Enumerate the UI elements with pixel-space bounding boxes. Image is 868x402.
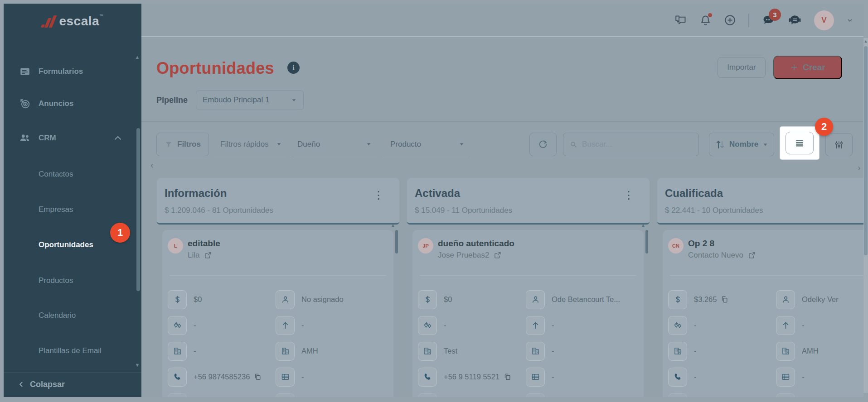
opportunity-card[interactable]: L editable Lila $0 No asignado - - <box>162 230 393 397</box>
card-fields: $0 Ode Betancourt Te... - - Test - +56 9… <box>418 287 644 397</box>
tags-icon <box>673 321 683 330</box>
column-scrollbar[interactable] <box>395 230 398 254</box>
create-button[interactable]: Crear <box>773 56 842 79</box>
card-field: - <box>776 312 863 338</box>
sidebar-scrollbar[interactable] <box>136 128 140 291</box>
column-menu-button[interactable]: ⋮ <box>623 190 634 201</box>
assistant-cloud-button[interactable]: 3 <box>761 13 776 27</box>
sidebar-item-oportunidades[interactable]: Oportunidades <box>39 238 93 252</box>
card-field: - <box>276 312 393 338</box>
sidebar-item-crm[interactable]: CRM <box>4 131 141 145</box>
field-chip <box>276 290 295 309</box>
opportunity-card[interactable]: JP dueño autenticado Jose Pruebas2 $0 Od… <box>412 230 644 397</box>
chevron-up-icon[interactable] <box>112 132 124 144</box>
owner-dropdown[interactable]: Dueño <box>291 133 377 156</box>
chat-icon[interactable] <box>675 14 687 26</box>
external-link-icon[interactable] <box>493 251 502 259</box>
card-divider <box>420 275 636 276</box>
opportunity-card[interactable]: CN Op 2 8 Contacto Nuevo $3.265 Odelky V… <box>663 230 863 397</box>
column-scroll-up-icon[interactable]: ▲ <box>390 222 396 229</box>
scroll-up-icon[interactable]: ▲ <box>863 39 868 43</box>
field-value: $0 <box>194 295 202 304</box>
board-settings-button[interactable] <box>825 133 853 156</box>
arrow-up-icon <box>531 321 540 330</box>
column-scrollbar[interactable] <box>645 230 648 254</box>
quick-filters-dropdown[interactable]: Filtros rápidos <box>214 133 286 156</box>
card-field: Odelky Ver <box>776 287 863 312</box>
sidebar-scroll-up-icon[interactable]: ▲ <box>134 54 141 60</box>
collapse-sidebar-button[interactable]: Colapsar <box>17 378 65 391</box>
external-link-icon[interactable] <box>204 251 212 259</box>
sidebar-item-empresas[interactable]: Empresas <box>39 203 73 216</box>
column-scroll-up-icon[interactable]: ▲ <box>640 222 646 229</box>
page-title: Oportunidades <box>156 59 274 78</box>
building-icon <box>281 346 290 356</box>
currency-icon <box>173 295 182 304</box>
sidebar-item-anuncios[interactable]: Anuncios <box>4 96 141 111</box>
card-title: editable <box>188 238 220 249</box>
product-label: Producto <box>390 140 421 149</box>
arrow-up-icon <box>281 321 290 330</box>
column-title: Activada <box>415 187 460 200</box>
refresh-button[interactable] <box>529 133 557 156</box>
copy-icon[interactable] <box>504 373 511 381</box>
card-field: - <box>668 364 776 390</box>
column-header: Información $ 1.209.046 - 81 Oportunidad… <box>157 178 399 225</box>
sidebar-item-productos[interactable]: Productos <box>39 274 73 287</box>
field-value: - <box>552 321 554 330</box>
search-icon <box>570 140 577 149</box>
board-scroll-left-icon[interactable]: ‹ <box>150 160 154 169</box>
user-avatar[interactable]: V <box>814 10 834 30</box>
table-icon <box>781 372 790 382</box>
card-field: - <box>526 338 644 364</box>
filters-button[interactable]: Filtros <box>156 133 209 156</box>
page-scrollbar[interactable]: ▲ <box>863 38 868 393</box>
product-dropdown[interactable]: Producto <box>384 133 470 156</box>
field-value: - <box>194 321 196 330</box>
field-chip <box>668 368 687 387</box>
field-value: $0 <box>444 295 452 304</box>
field-chip <box>168 368 187 387</box>
sidebar-item-contactos[interactable]: Contactos <box>39 168 73 181</box>
tags-icon <box>173 321 182 330</box>
external-link-icon[interactable] <box>747 251 756 259</box>
sidebar-item-calendario[interactable]: Calendario <box>39 309 76 322</box>
caret-down-icon <box>762 142 768 148</box>
card-field: $0 <box>168 287 276 312</box>
contact-name: Lila <box>188 251 199 260</box>
sidebar-item-plantillas-email[interactable]: Plantillas de Email <box>39 344 102 358</box>
notifications-bell[interactable] <box>699 14 712 26</box>
sort-button[interactable]: Nombre <box>709 133 774 156</box>
field-chip <box>668 290 687 309</box>
column-menu-button[interactable]: ⋮ <box>373 190 384 201</box>
table-icon <box>531 372 540 382</box>
sidebar-scroll-down-icon[interactable]: ▼ <box>134 362 141 368</box>
info-icon[interactable]: i <box>287 62 300 74</box>
sidebar-item-formularios[interactable]: Formularios <box>4 64 141 79</box>
sidebar-item-label: Formularios <box>39 67 83 76</box>
chevron-down-icon[interactable] <box>846 17 853 24</box>
avatar: CN <box>668 238 684 254</box>
caret-down-icon <box>276 141 282 147</box>
pipeline-select[interactable]: Embudo Principal 1 <box>196 90 304 110</box>
card-header: JP dueño autenticado Jose Pruebas2 <box>418 238 514 260</box>
copy-icon[interactable] <box>721 296 728 303</box>
field-value: - <box>694 321 697 330</box>
card-field: - <box>526 364 644 390</box>
annotation-highlight-box <box>780 127 819 159</box>
search-box[interactable] <box>563 133 699 156</box>
list-view-button[interactable] <box>786 132 814 154</box>
search-input[interactable] <box>582 140 692 149</box>
scrollbar-thumb[interactable] <box>864 46 868 255</box>
sidebar-item-label: Empresas <box>39 205 73 214</box>
board-scroll-right-icon[interactable]: › <box>858 163 861 172</box>
card-field: Test <box>418 338 526 364</box>
plus-circle-icon[interactable] <box>724 14 736 26</box>
kanban-board: Información $ 1.209.046 - 81 Oportunidad… <box>141 174 863 397</box>
app-window: escala™ ▲ Formularios Anuncios CRM Conta… <box>0 0 868 402</box>
card-divider <box>170 275 386 276</box>
import-button[interactable]: Importar <box>718 57 766 78</box>
pipeline-label: Pipeline <box>156 96 188 105</box>
copy-icon[interactable] <box>254 373 262 381</box>
support-headset-icon[interactable] <box>788 13 802 27</box>
